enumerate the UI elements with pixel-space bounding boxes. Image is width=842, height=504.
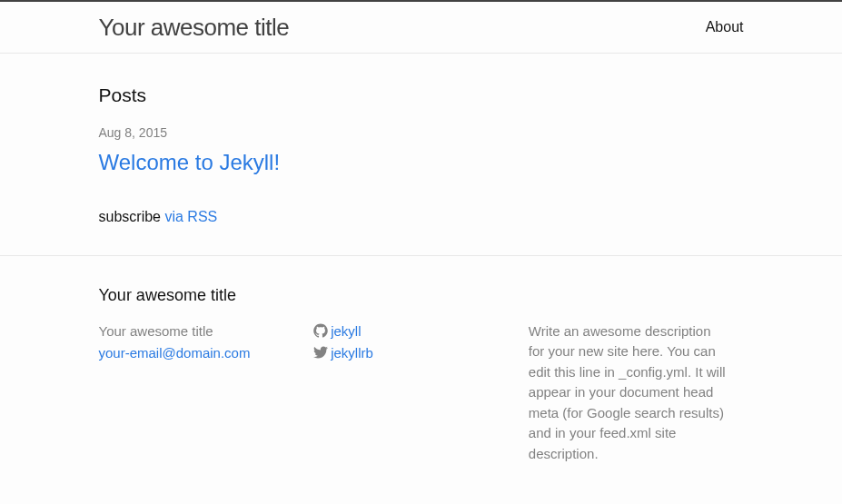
twitter-icon [313,345,328,360]
posts-heading: Posts [99,81,744,110]
nav-about-link[interactable]: About [706,19,744,35]
twitter-link[interactable]: jekyllrb [313,345,373,361]
twitter-username: jekyllrb [331,345,373,361]
footer-heading: Your awesome title [99,283,744,308]
footer-email-link[interactable]: your-email@domain.com [99,345,251,361]
post-list-item: Aug 8, 2015 Welcome to Jekyll! [99,124,744,179]
footer-col-contact: Your awesome title your-email@domain.com [99,321,314,465]
post-title-link[interactable]: Welcome to Jekyll! [99,146,744,179]
site-nav: About [706,2,744,53]
rss-subscribe: subscribe via RSS [99,206,744,228]
rss-link[interactable]: via RSS [164,209,217,224]
site-footer: Your awesome title Your awesome title yo… [0,255,842,492]
subscribe-text: subscribe [99,209,165,224]
site-description: Write an awesome description for your ne… [529,321,730,465]
github-username: jekyll [331,323,361,339]
post-date: Aug 8, 2015 [99,124,744,143]
site-title-link[interactable]: Your awesome title [99,2,290,53]
github-link[interactable]: jekyll [313,323,361,339]
github-icon [313,323,328,338]
page-content: Posts Aug 8, 2015 Welcome to Jekyll! sub… [0,54,842,255]
footer-site-name: Your awesome title [99,321,301,342]
site-header: Your awesome title About [0,2,842,54]
footer-col-social: jekyll jekyllrb [313,321,529,465]
footer-col-description: Write an awesome description for your ne… [529,321,744,465]
post-list: Aug 8, 2015 Welcome to Jekyll! [99,124,744,179]
